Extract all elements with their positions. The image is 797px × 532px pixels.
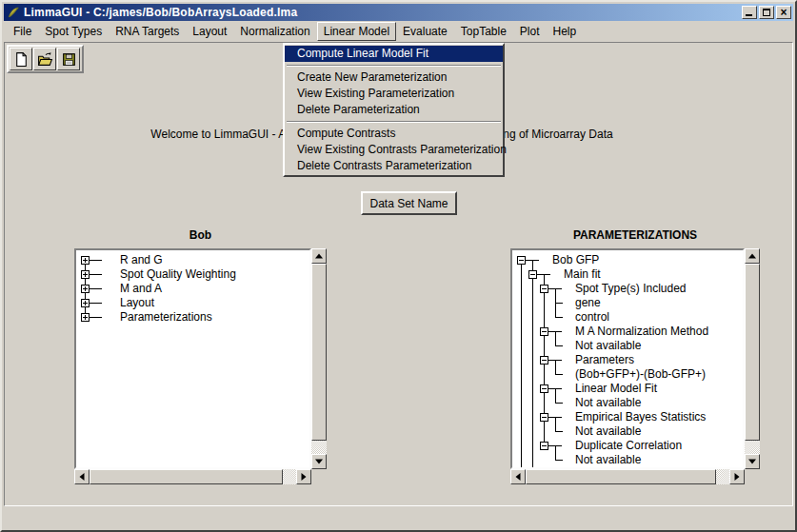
right-tree-node-gene[interactable]: gene bbox=[516, 296, 743, 310]
menubar-item-plot[interactable]: Plot bbox=[513, 22, 547, 41]
right-tree-title: PARAMETERIZATIONS bbox=[510, 228, 760, 242]
menu-item-view-existing-contrasts-parameterization[interactable]: View Existing Contrasts Parameterization bbox=[285, 142, 503, 158]
tree-collapse-box-icon[interactable] bbox=[517, 256, 526, 265]
open-file-button[interactable] bbox=[33, 48, 56, 70]
open-file-icon bbox=[37, 51, 53, 68]
close-button[interactable]: × bbox=[776, 6, 791, 19]
right-tree-hscrollbar[interactable] bbox=[510, 469, 745, 484]
tree-collapse-box-icon[interactable] bbox=[540, 327, 548, 336]
menubar-item-help[interactable]: Help bbox=[547, 22, 584, 41]
scroll-up-arrow-icon[interactable] bbox=[745, 248, 760, 264]
right-tree-node-parameters[interactable]: Parameters bbox=[516, 353, 743, 367]
tree-connector-line bbox=[528, 424, 539, 439]
menubar-item-toptable[interactable]: TopTable bbox=[454, 22, 513, 41]
menubar-item-spot-types[interactable]: Spot Types bbox=[38, 22, 109, 41]
tree-connector-line bbox=[528, 253, 539, 267]
scroll-left-arrow-icon[interactable] bbox=[510, 469, 526, 484]
left-tree-vscrollbar[interactable] bbox=[311, 248, 327, 469]
right-tree-vscroll-thumb[interactable] bbox=[745, 264, 760, 441]
menu-item-create-new-parameterization[interactable]: Create New Parameterization bbox=[285, 69, 503, 86]
right-tree-node-spot-type-s-included[interactable]: Spot Type(s) Included bbox=[516, 282, 743, 296]
scroll-down-arrow-icon[interactable] bbox=[745, 454, 760, 469]
right-tree-hscroll-thumb[interactable] bbox=[526, 469, 716, 484]
right-tree-node-main-fit[interactable]: Main fit bbox=[516, 267, 743, 282]
left-tree-vscroll-thumb[interactable] bbox=[311, 264, 327, 441]
tree-connector-line bbox=[539, 267, 550, 282]
maximize-icon bbox=[763, 9, 770, 16]
menubar-item-linear-model[interactable]: Linear Model bbox=[317, 22, 396, 41]
menubar-item-normalization[interactable]: Normalization bbox=[233, 22, 316, 41]
tree-expand-box-icon[interactable] bbox=[81, 285, 90, 293]
scroll-right-arrow-icon[interactable] bbox=[729, 469, 745, 484]
scroll-up-arrow-icon[interactable] bbox=[311, 248, 327, 264]
tree-connector-line bbox=[539, 339, 550, 353]
tree-expand-box-icon[interactable] bbox=[81, 299, 90, 307]
tree-collapse-box-icon[interactable] bbox=[540, 413, 548, 422]
minimize-button[interactable] bbox=[742, 6, 757, 19]
titlebar[interactable]: LimmaGUI - C:/james/Bob/BobArraysLoaded.… bbox=[4, 4, 793, 21]
tree-connector-line bbox=[528, 353, 539, 367]
tree-collapse-box-icon[interactable] bbox=[540, 285, 548, 293]
right-tree-node-bob-gfp-bob-gfp[interactable]: (Bob+GFP+)-(Bob-GFP+) bbox=[516, 367, 743, 382]
tree-connector-line bbox=[550, 325, 562, 339]
right-tree-node-m-a-normalization-method[interactable]: M A Normalization Method bbox=[516, 325, 743, 339]
left-tree-hscroll-thumb[interactable] bbox=[90, 469, 283, 484]
right-tree-node-empirical-bayes-statistics[interactable]: Empirical Bayes Statistics bbox=[516, 410, 743, 424]
right-tree-node-duplicate-correlation[interactable]: Duplicate Correlation bbox=[516, 439, 743, 453]
tree-collapse-box-icon[interactable] bbox=[528, 270, 537, 279]
left-tree-canvas: R and GSpot Quality WeightingM and ALayo… bbox=[74, 248, 311, 469]
tree-connector-line bbox=[550, 410, 562, 424]
menubar-item-rna-targets[interactable]: RNA Targets bbox=[109, 22, 186, 41]
scroll-left-arrow-icon[interactable] bbox=[74, 469, 90, 484]
menubar-item-file[interactable]: File bbox=[7, 22, 38, 41]
tree-connector-line bbox=[528, 310, 539, 325]
tree-connector-line bbox=[539, 367, 550, 382]
right-tree-node-control[interactable]: control bbox=[516, 310, 743, 325]
right-tree-node-not-available[interactable]: Not available bbox=[516, 424, 743, 439]
menu-item-view-existing-parameterization[interactable]: View Existing Parameterization bbox=[285, 86, 503, 102]
tree-collapse-box-icon[interactable] bbox=[540, 384, 548, 393]
right-tree-widget: Bob GFPMain fitSpot Type(s) Includedgene… bbox=[510, 248, 760, 484]
tree-collapse-box-icon[interactable] bbox=[540, 442, 548, 450]
data-set-name-button[interactable]: Data Set Name bbox=[361, 191, 457, 215]
bottom-strip bbox=[4, 507, 793, 529]
tree-expand-box-icon[interactable] bbox=[81, 256, 90, 265]
tree-connector-line bbox=[550, 353, 562, 367]
menubar-item-layout[interactable]: Layout bbox=[186, 22, 233, 41]
save-file-button[interactable] bbox=[57, 48, 80, 70]
left-tree-node-layout[interactable]: Layout bbox=[80, 296, 309, 310]
tree-node-label: Parameters bbox=[575, 353, 634, 367]
tree-expand-box-icon[interactable] bbox=[81, 270, 90, 279]
menu-item-compute-linear-model-fit[interactable]: Compute Linear Model Fit bbox=[285, 46, 503, 62]
new-file-button[interactable] bbox=[10, 48, 32, 70]
limmagui-window: LimmaGUI - C:/james/Bob/BobArraysLoaded.… bbox=[0, 0, 797, 532]
tree-connector-line bbox=[550, 310, 562, 325]
right-tree-vscrollbar[interactable] bbox=[745, 248, 760, 469]
scroll-down-arrow-icon[interactable] bbox=[311, 454, 327, 469]
right-tree-node-linear-model-fit[interactable]: Linear Model Fit bbox=[516, 382, 743, 396]
tree-connector-line bbox=[516, 325, 528, 339]
tree-node-label: Parameterizations bbox=[120, 310, 212, 325]
menu-separator bbox=[287, 65, 501, 67]
right-tree-node-not-available[interactable]: Not available bbox=[516, 396, 743, 410]
menubar-item-evaluate[interactable]: Evaluate bbox=[396, 22, 454, 41]
tree-connector-line bbox=[516, 353, 528, 367]
menu-item-compute-contrasts[interactable]: Compute Contrasts bbox=[285, 126, 503, 142]
left-tree-hscrollbar[interactable] bbox=[74, 469, 311, 484]
tree-connector-line bbox=[550, 296, 562, 310]
left-tree-node-parameterizations[interactable]: Parameterizations bbox=[80, 310, 309, 325]
right-tree-node-not-available[interactable]: Not available bbox=[516, 339, 743, 353]
maximize-button[interactable] bbox=[759, 6, 774, 19]
menu-item-delete-parameterization[interactable]: Delete Parameterization bbox=[285, 102, 503, 118]
tree-node-label: Linear Model Fit bbox=[575, 382, 657, 396]
right-tree-node-bob-gfp[interactable]: Bob GFP bbox=[516, 253, 743, 267]
left-tree-node-spot-quality-weighting[interactable]: Spot Quality Weighting bbox=[80, 267, 309, 282]
left-tree-node-r-and-g[interactable]: R and G bbox=[80, 253, 309, 267]
scroll-right-arrow-icon[interactable] bbox=[296, 469, 311, 484]
left-tree-node-m-and-a[interactable]: M and A bbox=[80, 282, 309, 296]
tree-collapse-box-icon[interactable] bbox=[540, 356, 548, 365]
right-tree-node-not-available[interactable]: Not available bbox=[516, 453, 743, 467]
menu-item-delete-contrasts-parameterization[interactable]: Delete Contrasts Parameterization bbox=[285, 158, 503, 174]
tree-expand-box-icon[interactable] bbox=[81, 313, 90, 322]
tree-connector-line bbox=[516, 410, 528, 424]
